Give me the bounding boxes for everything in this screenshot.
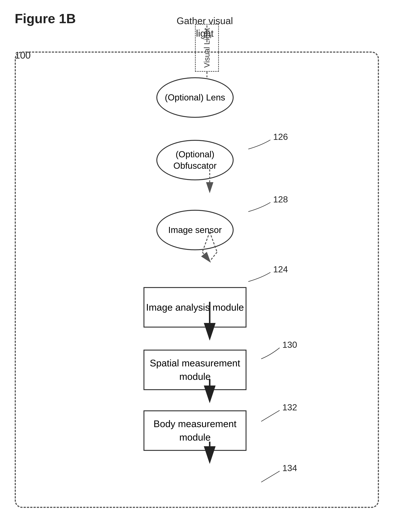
spatial-measurement-box: Spatial measurement module: [144, 350, 246, 390]
obfuscator-label: (Optional) Obfuscator: [157, 149, 233, 172]
lens-label: (Optional) Lens: [165, 92, 225, 103]
body-label: Body measurement module: [144, 417, 246, 444]
figure-title: Figure 1B: [15, 11, 76, 26]
obfuscator-ellipse: (Optional) Obfuscator: [156, 140, 234, 180]
sensor-label: Image sensor: [168, 224, 222, 236]
body-measurement-box: Body measurement module: [144, 410, 246, 451]
image-analysis-box: Image analysis module: [144, 287, 246, 327]
visual-light-label: Visual Light: [203, 28, 211, 68]
lens-ellipse: (Optional) Lens: [156, 77, 234, 118]
spatial-label: Spatial measurement module: [144, 356, 246, 383]
image-analysis-label: Image analysis module: [146, 301, 244, 314]
visual-light-box: Visual Light: [195, 24, 219, 72]
sensor-ellipse: Image sensor: [156, 210, 234, 250]
